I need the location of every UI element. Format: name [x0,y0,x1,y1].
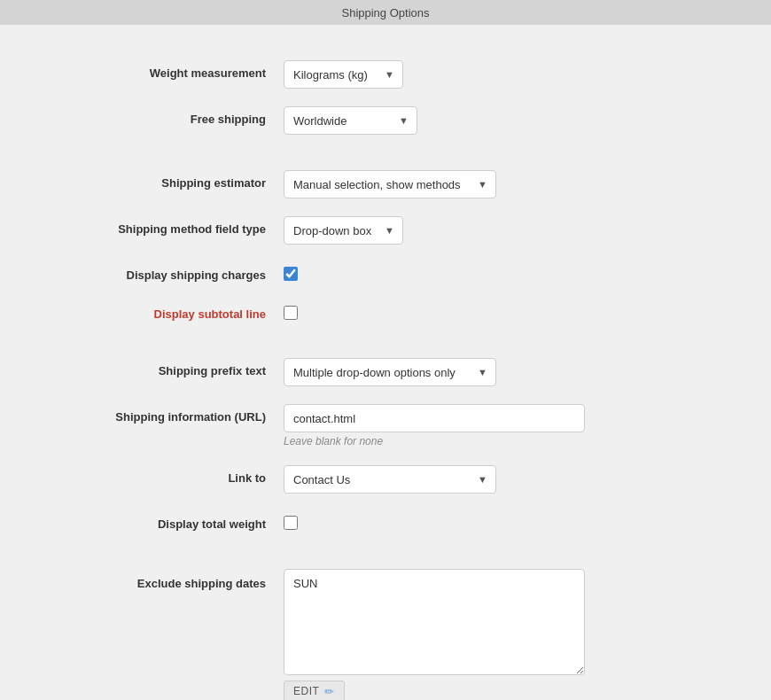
select-wrapper-free-shipping: Worldwide None Selected countries ▼ [284,106,417,135]
control-weight-measurement: Kilograms (kg) Pounds (lb) Ounces (oz) ▼ [284,60,718,89]
row-shipping-information-url: Shipping information (URL) Leave blank f… [0,395,771,456]
top-bar: Shipping Options [0,0,771,25]
shipping-information-url-input[interactable] [284,404,585,432]
label-exclude-shipping-dates: Exclude shipping dates [53,569,284,592]
row-link-to: Link to Contact Us Home About Us Custom … [0,456,771,502]
label-display-shipping-charges: Display shipping charges [53,262,284,284]
control-free-shipping: Worldwide None Selected countries ▼ [284,106,718,135]
label-display-subtotal-line: Display subtotal line [53,301,284,323]
label-weight-measurement: Weight measurement [53,60,284,82]
control-exclude-shipping-dates: SUN EDIT ✏ [284,569,718,700]
select-wrapper-weight: Kilograms (kg) Pounds (lb) Ounces (oz) ▼ [284,60,403,89]
control-shipping-estimator: Manual selection, show methods Auto-dete… [284,170,718,198]
page-title: Shipping Options [341,6,429,19]
control-shipping-prefix-text: Multiple drop-down options only Always N… [284,358,718,386]
content-area: Weight measurement Kilograms (kg) Pounds… [0,25,771,700]
row-display-total-weight: Display total weight [0,502,771,541]
control-link-to: Contact Us Home About Us Custom URL ▼ [284,465,718,494]
select-wrapper-prefix: Multiple drop-down options only Always N… [284,358,496,386]
select-wrapper-estimator: Manual selection, show methods Auto-dete… [284,170,496,198]
label-display-total-weight: Display total weight [53,511,284,533]
select-wrapper-link-to: Contact Us Home About Us Custom URL ▼ [284,465,496,494]
row-display-subtotal-line: Display subtotal line [0,292,771,331]
shipping-estimator-select[interactable]: Manual selection, show methods Auto-dete… [284,170,496,198]
control-shipping-information-url: Leave blank for none [284,404,718,447]
label-shipping-prefix-text: Shipping prefix text [53,358,284,379]
label-shipping-estimator: Shipping estimator [53,170,284,191]
row-weight-measurement: Weight measurement Kilograms (kg) Pounds… [0,51,771,97]
display-subtotal-line-checkbox[interactable] [284,306,298,320]
pencil-icon: ✏ [324,685,335,698]
label-shipping-information-url: Shipping information (URL) [53,404,284,425]
free-shipping-select[interactable]: Worldwide None Selected countries [284,106,417,135]
shipping-method-field-type-select[interactable]: Drop-down box Radio buttons List [284,216,403,245]
spacer2 [0,331,771,349]
shipping-prefix-text-select[interactable]: Multiple drop-down options only Always N… [284,358,496,386]
control-display-shipping-charges [284,262,718,281]
select-wrapper-method-type: Drop-down box Radio buttons List ▼ [284,216,403,245]
label-free-shipping: Free shipping [53,106,284,128]
control-shipping-method-field-type: Drop-down box Radio buttons List ▼ [284,216,718,245]
spacer3 [0,542,771,560]
label-shipping-method-field-type: Shipping method field type [53,216,284,237]
row-shipping-estimator: Shipping estimator Manual selection, sho… [0,161,771,207]
display-total-weight-checkbox[interactable] [284,516,298,530]
spacer [0,144,771,161]
weight-measurement-select[interactable]: Kilograms (kg) Pounds (lb) Ounces (oz) [284,60,403,89]
row-shipping-prefix-text: Shipping prefix text Multiple drop-down … [0,349,771,395]
shipping-url-help-text: Leave blank for none [284,435,383,447]
display-shipping-charges-checkbox[interactable] [284,267,298,281]
label-link-to: Link to [53,465,284,486]
edit-button[interactable]: EDIT ✏ [284,681,345,700]
control-display-total-weight [284,511,718,530]
control-display-subtotal-line [284,301,718,320]
row-shipping-method-field-type: Shipping method field type Drop-down box… [0,207,771,253]
row-exclude-shipping-dates: Exclude shipping dates SUN EDIT ✏ [0,560,771,700]
row-display-shipping-charges: Display shipping charges [0,253,771,292]
link-to-select[interactable]: Contact Us Home About Us Custom URL [284,465,496,494]
edit-button-label: EDIT [293,685,319,697]
exclude-shipping-dates-textarea[interactable]: SUN [284,569,585,675]
row-free-shipping: Free shipping Worldwide None Selected co… [0,97,771,144]
